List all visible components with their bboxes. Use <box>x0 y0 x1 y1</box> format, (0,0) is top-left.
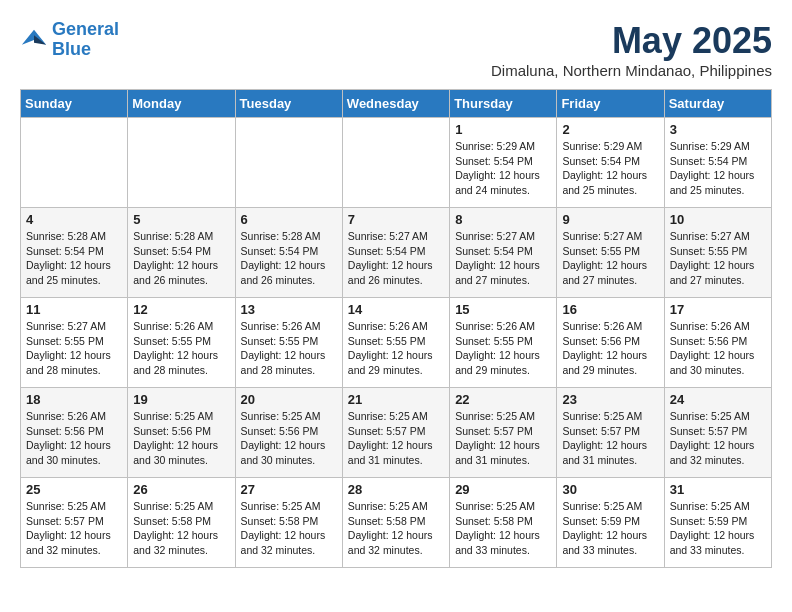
cell-info: Sunrise: 5:28 AM Sunset: 5:54 PM Dayligh… <box>241 229 337 288</box>
cell-info: Sunrise: 5:26 AM Sunset: 5:56 PM Dayligh… <box>562 319 658 378</box>
week-row-2: 4Sunrise: 5:28 AM Sunset: 5:54 PM Daylig… <box>21 208 772 298</box>
day-number: 29 <box>455 482 551 497</box>
cell-info: Sunrise: 5:26 AM Sunset: 5:56 PM Dayligh… <box>26 409 122 468</box>
cell-info: Sunrise: 5:25 AM Sunset: 5:58 PM Dayligh… <box>241 499 337 558</box>
calendar-cell: 28Sunrise: 5:25 AM Sunset: 5:58 PM Dayli… <box>342 478 449 568</box>
cell-info: Sunrise: 5:25 AM Sunset: 5:57 PM Dayligh… <box>562 409 658 468</box>
cell-info: Sunrise: 5:29 AM Sunset: 5:54 PM Dayligh… <box>670 139 766 198</box>
calendar-cell: 24Sunrise: 5:25 AM Sunset: 5:57 PM Dayli… <box>664 388 771 478</box>
calendar-cell <box>128 118 235 208</box>
day-number: 26 <box>133 482 229 497</box>
cell-info: Sunrise: 5:25 AM Sunset: 5:57 PM Dayligh… <box>455 409 551 468</box>
calendar-table: SundayMondayTuesdayWednesdayThursdayFrid… <box>20 89 772 568</box>
calendar-cell: 15Sunrise: 5:26 AM Sunset: 5:55 PM Dayli… <box>450 298 557 388</box>
cell-info: Sunrise: 5:27 AM Sunset: 5:54 PM Dayligh… <box>455 229 551 288</box>
day-header-sunday: Sunday <box>21 90 128 118</box>
calendar-cell: 4Sunrise: 5:28 AM Sunset: 5:54 PM Daylig… <box>21 208 128 298</box>
calendar-cell: 16Sunrise: 5:26 AM Sunset: 5:56 PM Dayli… <box>557 298 664 388</box>
day-number: 25 <box>26 482 122 497</box>
week-row-3: 11Sunrise: 5:27 AM Sunset: 5:55 PM Dayli… <box>21 298 772 388</box>
week-row-1: 1Sunrise: 5:29 AM Sunset: 5:54 PM Daylig… <box>21 118 772 208</box>
cell-info: Sunrise: 5:28 AM Sunset: 5:54 PM Dayligh… <box>26 229 122 288</box>
day-number: 11 <box>26 302 122 317</box>
calendar-cell <box>235 118 342 208</box>
cell-info: Sunrise: 5:26 AM Sunset: 5:56 PM Dayligh… <box>670 319 766 378</box>
calendar-cell: 11Sunrise: 5:27 AM Sunset: 5:55 PM Dayli… <box>21 298 128 388</box>
day-header-wednesday: Wednesday <box>342 90 449 118</box>
day-number: 17 <box>670 302 766 317</box>
cell-info: Sunrise: 5:25 AM Sunset: 5:58 PM Dayligh… <box>455 499 551 558</box>
cell-info: Sunrise: 5:25 AM Sunset: 5:57 PM Dayligh… <box>348 409 444 468</box>
day-header-monday: Monday <box>128 90 235 118</box>
cell-info: Sunrise: 5:28 AM Sunset: 5:54 PM Dayligh… <box>133 229 229 288</box>
day-number: 23 <box>562 392 658 407</box>
cell-info: Sunrise: 5:25 AM Sunset: 5:56 PM Dayligh… <box>133 409 229 468</box>
calendar-cell: 30Sunrise: 5:25 AM Sunset: 5:59 PM Dayli… <box>557 478 664 568</box>
day-number: 21 <box>348 392 444 407</box>
day-number: 27 <box>241 482 337 497</box>
calendar-cell: 5Sunrise: 5:28 AM Sunset: 5:54 PM Daylig… <box>128 208 235 298</box>
logo-icon <box>20 26 48 54</box>
cell-info: Sunrise: 5:27 AM Sunset: 5:55 PM Dayligh… <box>562 229 658 288</box>
week-row-5: 25Sunrise: 5:25 AM Sunset: 5:57 PM Dayli… <box>21 478 772 568</box>
day-number: 18 <box>26 392 122 407</box>
day-number: 15 <box>455 302 551 317</box>
location-title: Dimaluna, Northern Mindanao, Philippines <box>491 62 772 79</box>
cell-info: Sunrise: 5:25 AM Sunset: 5:59 PM Dayligh… <box>562 499 658 558</box>
day-number: 1 <box>455 122 551 137</box>
calendar-cell: 19Sunrise: 5:25 AM Sunset: 5:56 PM Dayli… <box>128 388 235 478</box>
calendar-cell: 21Sunrise: 5:25 AM Sunset: 5:57 PM Dayli… <box>342 388 449 478</box>
day-number: 8 <box>455 212 551 227</box>
calendar-cell: 29Sunrise: 5:25 AM Sunset: 5:58 PM Dayli… <box>450 478 557 568</box>
cell-info: Sunrise: 5:26 AM Sunset: 5:55 PM Dayligh… <box>455 319 551 378</box>
calendar-cell: 22Sunrise: 5:25 AM Sunset: 5:57 PM Dayli… <box>450 388 557 478</box>
day-number: 22 <box>455 392 551 407</box>
calendar-cell: 14Sunrise: 5:26 AM Sunset: 5:55 PM Dayli… <box>342 298 449 388</box>
calendar-cell: 7Sunrise: 5:27 AM Sunset: 5:54 PM Daylig… <box>342 208 449 298</box>
calendar-cell <box>342 118 449 208</box>
day-number: 10 <box>670 212 766 227</box>
calendar-cell: 23Sunrise: 5:25 AM Sunset: 5:57 PM Dayli… <box>557 388 664 478</box>
day-number: 13 <box>241 302 337 317</box>
cell-info: Sunrise: 5:25 AM Sunset: 5:58 PM Dayligh… <box>348 499 444 558</box>
day-number: 19 <box>133 392 229 407</box>
calendar-cell: 1Sunrise: 5:29 AM Sunset: 5:54 PM Daylig… <box>450 118 557 208</box>
calendar-cell: 9Sunrise: 5:27 AM Sunset: 5:55 PM Daylig… <box>557 208 664 298</box>
cell-info: Sunrise: 5:29 AM Sunset: 5:54 PM Dayligh… <box>455 139 551 198</box>
day-number: 14 <box>348 302 444 317</box>
calendar-cell: 2Sunrise: 5:29 AM Sunset: 5:54 PM Daylig… <box>557 118 664 208</box>
day-header-friday: Friday <box>557 90 664 118</box>
calendar-body: 1Sunrise: 5:29 AM Sunset: 5:54 PM Daylig… <box>21 118 772 568</box>
cell-info: Sunrise: 5:27 AM Sunset: 5:54 PM Dayligh… <box>348 229 444 288</box>
cell-info: Sunrise: 5:27 AM Sunset: 5:55 PM Dayligh… <box>670 229 766 288</box>
day-number: 16 <box>562 302 658 317</box>
calendar-cell: 18Sunrise: 5:26 AM Sunset: 5:56 PM Dayli… <box>21 388 128 478</box>
calendar-cell <box>21 118 128 208</box>
calendar-cell: 27Sunrise: 5:25 AM Sunset: 5:58 PM Dayli… <box>235 478 342 568</box>
week-row-4: 18Sunrise: 5:26 AM Sunset: 5:56 PM Dayli… <box>21 388 772 478</box>
calendar-cell: 31Sunrise: 5:25 AM Sunset: 5:59 PM Dayli… <box>664 478 771 568</box>
day-number: 3 <box>670 122 766 137</box>
day-number: 4 <box>26 212 122 227</box>
day-header-tuesday: Tuesday <box>235 90 342 118</box>
calendar-cell: 10Sunrise: 5:27 AM Sunset: 5:55 PM Dayli… <box>664 208 771 298</box>
day-number: 28 <box>348 482 444 497</box>
cell-info: Sunrise: 5:25 AM Sunset: 5:56 PM Dayligh… <box>241 409 337 468</box>
day-number: 12 <box>133 302 229 317</box>
day-header-thursday: Thursday <box>450 90 557 118</box>
calendar-cell: 8Sunrise: 5:27 AM Sunset: 5:54 PM Daylig… <box>450 208 557 298</box>
cell-info: Sunrise: 5:26 AM Sunset: 5:55 PM Dayligh… <box>348 319 444 378</box>
day-number: 6 <box>241 212 337 227</box>
page-header: General Blue May 2025 Dimaluna, Northern… <box>20 20 772 79</box>
calendar-cell: 17Sunrise: 5:26 AM Sunset: 5:56 PM Dayli… <box>664 298 771 388</box>
month-title: May 2025 <box>491 20 772 62</box>
cell-info: Sunrise: 5:25 AM Sunset: 5:59 PM Dayligh… <box>670 499 766 558</box>
day-number: 2 <box>562 122 658 137</box>
calendar-cell: 3Sunrise: 5:29 AM Sunset: 5:54 PM Daylig… <box>664 118 771 208</box>
calendar-cell: 20Sunrise: 5:25 AM Sunset: 5:56 PM Dayli… <box>235 388 342 478</box>
calendar-cell: 13Sunrise: 5:26 AM Sunset: 5:55 PM Dayli… <box>235 298 342 388</box>
day-number: 31 <box>670 482 766 497</box>
day-number: 24 <box>670 392 766 407</box>
cell-info: Sunrise: 5:25 AM Sunset: 5:58 PM Dayligh… <box>133 499 229 558</box>
day-header-saturday: Saturday <box>664 90 771 118</box>
